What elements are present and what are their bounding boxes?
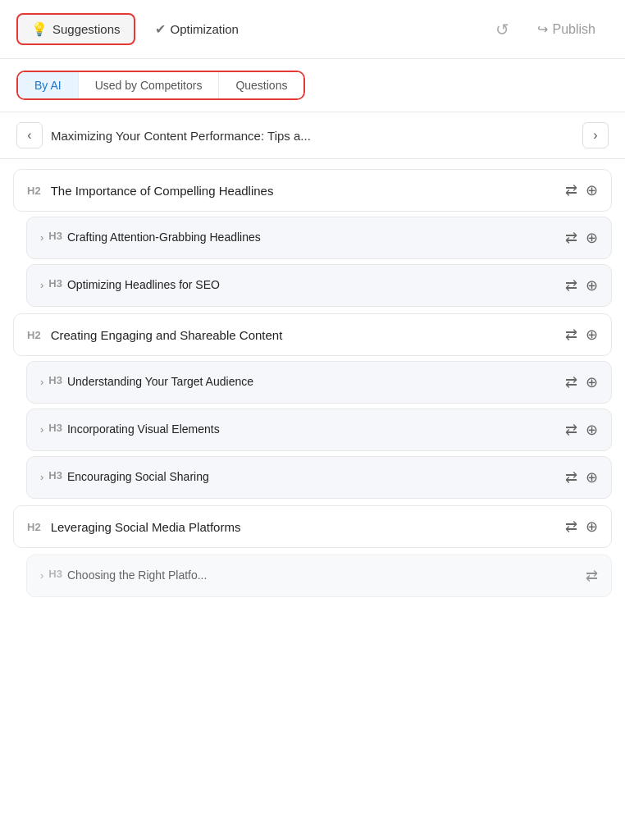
h3-left-crafting: › H3 Crafting Attention-Grabbing Headlin… — [40, 230, 559, 246]
h3-label-visual-elements: H3 — [48, 422, 62, 434]
h3-actions-social-sharing — [565, 468, 598, 486]
subtabs-container: By AI Used by Competitors Questions — [0, 59, 625, 112]
prev-arrow-icon: ‹ — [27, 128, 31, 143]
h3-item-crafting: › H3 Crafting Attention-Grabbing Headlin… — [26, 217, 612, 259]
refresh-icon-h3-seo[interactable] — [565, 276, 577, 294]
undo-icon: ↺ — [495, 20, 509, 39]
h2-label-1: H2 — [27, 185, 41, 197]
next-arrow-icon: › — [593, 128, 597, 143]
section-group-3: H2 Leveraging Social Media Platforms — [13, 505, 612, 548]
refresh-icon-h2-1[interactable] — [565, 181, 577, 199]
h3-group-2: › H3 Understanding Your Target Audience … — [26, 361, 612, 499]
outline-container: H2 The Importance of Compelling Headline… — [0, 159, 625, 607]
chevron-right-icon-6[interactable]: › — [40, 569, 43, 582]
h3-text-optimizing-seo: Optimizing Headlines for SEO — [67, 277, 559, 294]
check-circle-icon: ✔ — [155, 21, 166, 37]
h2-text-3: Leveraging Social Media Platforms — [51, 520, 559, 534]
tab-questions[interactable]: Questions — [219, 72, 303, 98]
h3-actions-crafting — [565, 229, 598, 247]
refresh-icon-h3-partial[interactable] — [586, 567, 598, 585]
optimization-tab[interactable]: ✔ Optimization — [142, 15, 252, 43]
h3-actions-visual-elements — [565, 421, 598, 439]
content-title: Maximizing Your Content Performance: Tip… — [51, 129, 574, 143]
add-icon-h2-2[interactable] — [586, 326, 598, 344]
tab-by-ai-label: By AI — [34, 79, 62, 92]
h3-label-social-sharing: H3 — [48, 469, 62, 482]
h3-label-optimizing-seo: H3 — [48, 277, 62, 290]
h3-left-partial: › H3 Choosing the Right Platfo... — [40, 568, 579, 584]
h3-text-visual-elements: Incorporating Visual Elements — [67, 422, 559, 438]
h3-left-target-audience: › H3 Understanding Your Target Audience — [40, 374, 559, 390]
section-group-2: H2 Creating Engaging and Shareable Conte… — [13, 313, 612, 499]
h3-actions-target-audience — [565, 373, 598, 391]
chevron-right-icon-5[interactable]: › — [40, 471, 43, 483]
h2-text-1: The Importance of Compelling Headlines — [51, 184, 559, 198]
h3-group-bottom: › H3 Choosing the Right Platfo... — [26, 555, 612, 597]
h3-text-partial: Choosing the Right Platfo... — [67, 568, 579, 584]
h3-text-social-sharing: Encouraging Social Sharing — [67, 469, 559, 486]
tab-used-by-competitors-label: Used by Competitors — [95, 79, 203, 92]
tab-used-by-competitors[interactable]: Used by Competitors — [79, 72, 220, 98]
add-icon-h2-1[interactable] — [586, 181, 598, 199]
h2-actions-1 — [565, 181, 598, 199]
add-icon-h3-crafting[interactable] — [586, 229, 598, 247]
chevron-right-icon-2[interactable]: › — [40, 279, 43, 291]
add-icon-h3-seo[interactable] — [586, 276, 598, 294]
h2-item-engaging: H2 Creating Engaging and Shareable Conte… — [13, 313, 612, 356]
h3-text-target-audience: Understanding Your Target Audience — [67, 374, 559, 390]
refresh-icon-h2-3[interactable] — [565, 518, 577, 536]
publish-label: Publish — [553, 22, 595, 37]
refresh-icon-h3-crafting[interactable] — [565, 229, 577, 247]
h3-item-target-audience: › H3 Understanding Your Target Audience — [26, 361, 612, 404]
h3-label-partial: H3 — [48, 568, 62, 580]
h3-actions-partial — [586, 567, 598, 585]
add-icon-h2-3[interactable] — [586, 518, 598, 536]
content-navigation: ‹ Maximizing Your Content Performance: T… — [0, 112, 625, 159]
h2-item-social-media: H2 Leveraging Social Media Platforms — [13, 505, 612, 548]
refresh-icon-h3-visual[interactable] — [565, 421, 577, 439]
h2-actions-3 — [565, 518, 598, 536]
h2-label-2: H2 — [27, 329, 41, 341]
h3-left-visual-elements: › H3 Incorporating Visual Elements — [40, 422, 559, 438]
tab-questions-label: Questions — [235, 79, 287, 92]
next-arrow-button[interactable]: › — [582, 122, 609, 148]
chevron-right-icon-3[interactable]: › — [40, 376, 43, 388]
top-navigation: 💡 Suggestions ✔ Optimization ↺ ↪ Publish — [0, 0, 625, 59]
add-icon-h3-visual[interactable] — [586, 421, 598, 439]
h2-text-2: Creating Engaging and Shareable Content — [51, 328, 559, 342]
bulb-icon: 💡 — [31, 21, 48, 37]
refresh-icon-h3-target[interactable] — [565, 373, 577, 391]
undo-button[interactable]: ↺ — [488, 15, 518, 44]
prev-arrow-button[interactable]: ‹ — [16, 122, 43, 148]
publish-icon: ↪ — [537, 21, 548, 37]
section-group-1: H2 The Importance of Compelling Headline… — [13, 169, 612, 307]
add-icon-h3-target[interactable] — [586, 373, 598, 391]
tab-by-ai[interactable]: By AI — [18, 72, 79, 98]
chevron-right-icon-4[interactable]: › — [40, 423, 43, 436]
refresh-icon-h3-social[interactable] — [565, 468, 577, 486]
h3-item-optimizing-seo: › H3 Optimizing Headlines for SEO — [26, 264, 612, 307]
subtabs-group: By AI Used by Competitors Questions — [16, 71, 305, 100]
h3-left-optimizing-seo: › H3 Optimizing Headlines for SEO — [40, 277, 559, 294]
h2-label-3: H2 — [27, 521, 41, 533]
h3-left-social-sharing: › H3 Encouraging Social Sharing — [40, 469, 559, 486]
add-icon-h3-social[interactable] — [586, 468, 598, 486]
h3-item-partial: › H3 Choosing the Right Platfo... — [26, 555, 612, 597]
suggestions-tab[interactable]: 💡 Suggestions — [16, 13, 135, 45]
optimization-label: Optimization — [171, 22, 239, 36]
h2-item-headlines: H2 The Importance of Compelling Headline… — [13, 169, 612, 212]
chevron-right-icon-1[interactable]: › — [40, 231, 43, 244]
h3-label-target-audience: H3 — [48, 374, 62, 386]
refresh-icon-h2-2[interactable] — [565, 326, 577, 344]
h3-actions-optimizing-seo — [565, 276, 598, 294]
h3-text-crafting: Crafting Attention-Grabbing Headlines — [67, 230, 559, 246]
publish-button[interactable]: ↪ Publish — [524, 15, 609, 43]
h3-label-crafting: H3 — [48, 230, 62, 242]
h3-item-social-sharing: › H3 Encouraging Social Sharing — [26, 456, 612, 499]
h2-actions-2 — [565, 326, 598, 344]
h3-item-visual-elements: › H3 Incorporating Visual Elements — [26, 409, 612, 451]
h3-group-1: › H3 Crafting Attention-Grabbing Headlin… — [26, 217, 612, 307]
suggestions-label: Suggestions — [52, 22, 121, 36]
